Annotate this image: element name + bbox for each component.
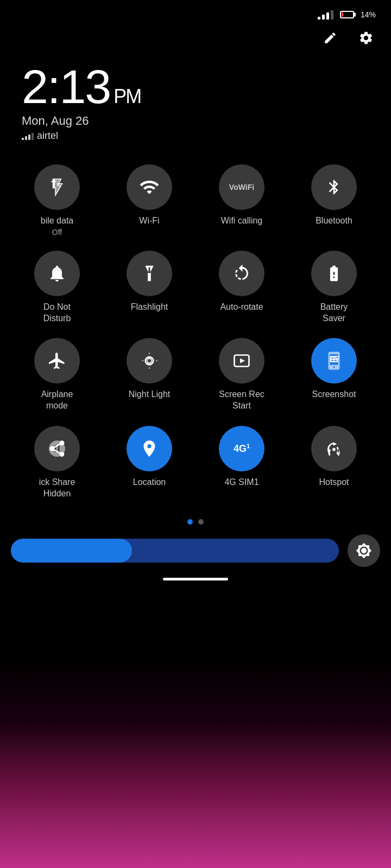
tile-location-icon [127,426,172,471]
brightness-fill [11,539,132,563]
tile-mobile-data-label: bile data [41,215,74,227]
tile-hotspot-label: Hotspot [319,477,349,488]
tile-airplane-label: Airplanemode [41,389,73,412]
tile-battery-saver-label: BatterySaver [320,302,348,324]
tile-screenshot-icon [311,338,357,384]
tile-screen-rec[interactable]: Screen RecStart [201,334,282,416]
tile-location[interactable]: Location [109,422,190,504]
status-bar: 14% [0,0,391,24]
tile-airplane-icon [34,338,80,384]
tile-autorotate-label: Auto-rotate [220,302,263,313]
tile-airplane[interactable]: Airplanemode [16,334,98,416]
tile-mobile-data[interactable]: bile data Off [16,160,98,241]
tile-flashlight-label: Flashlight [131,302,168,313]
tile-bluetooth-icon [311,164,357,210]
tile-battery-saver-icon [311,251,357,296]
tile-quick-share[interactable]: ick ShareHidden [16,422,98,504]
phone-screen: 14% 2:13PM Mon, Aug 26 airtel [0,0,391,662]
tile-wifi[interactable]: Wi-Fi [109,160,190,241]
tile-4g-sim1-label: 4G SIM1 [224,477,258,488]
qs-row-2: Do NotDisturb Flashlight Auto-rotate Bat… [11,246,380,329]
time-display: 2:13PM [22,63,369,111]
carrier-signal [22,132,34,140]
tile-autorotate-icon [219,251,264,296]
brightness-slider[interactable] [11,539,339,563]
carrier-name: airtel [37,130,58,142]
home-indicator[interactable] [163,578,228,580]
tile-autorotate[interactable]: Auto-rotate [201,246,282,329]
tile-screenshot[interactable]: Screenshot [293,334,375,416]
tile-wifi-calling[interactable]: VoWiFi Wifi calling [201,160,282,241]
wallpaper [0,662,391,868]
page-dots [0,519,391,525]
tile-flashlight-icon [127,251,172,296]
edit-button[interactable] [320,28,340,48]
tile-4g-sim1-icon: 4G1 [219,426,264,471]
tile-quick-share-label: ick ShareHidden [39,477,75,500]
tile-night-light[interactable]: Night Light [109,334,190,416]
tile-hotspot[interactable]: Hotspot [293,422,375,504]
tile-screen-rec-icon [219,338,264,384]
tile-wifi-label: Wi-Fi [139,215,159,227]
quick-settings: bile data Off Wi-Fi VoWiFi Wifi calling [0,147,391,515]
tile-bluetooth[interactable]: Bluetooth [293,160,375,241]
tile-screen-rec-label: Screen RecStart [219,389,264,412]
time-hours: 2:13 [22,60,110,113]
tile-location-label: Location [133,477,166,488]
date-display: Mon, Aug 26 [22,114,369,128]
tile-wifi-calling-label: Wifi calling [221,215,262,227]
tile-quick-share-icon [34,426,80,471]
carrier-row: airtel [22,130,369,142]
tile-dnd-label: Do NotDisturb [43,302,71,324]
signal-bars [318,10,333,20]
dot-1 [187,519,193,525]
tile-4g-sim1[interactable]: 4G1 4G SIM1 [201,422,282,504]
tile-night-light-label: Night Light [129,389,171,400]
settings-button[interactable] [356,28,376,48]
qs-row-4: ick ShareHidden Location 4G1 4G SIM1 Hot… [11,422,380,504]
top-icons [0,24,391,52]
battery-percent: 14% [361,10,376,19]
time-section: 2:13PM Mon, Aug 26 airtel [0,52,391,147]
qs-row-1: bile data Off Wi-Fi VoWiFi Wifi calling [11,160,380,241]
tile-mobile-data-icon [34,164,80,210]
svg-marker-6 [240,359,245,363]
svg-point-4 [148,359,151,362]
tile-wifi-icon [127,164,172,210]
time-ampm: PM [113,85,141,107]
tile-screenshot-label: Screenshot [312,389,356,400]
battery-fill [342,12,343,17]
battery-indicator [340,11,354,18]
tile-wifi-calling-icon: VoWiFi [219,164,264,210]
tile-hotspot-icon [311,426,357,471]
tile-mobile-data-sub: Off [52,228,62,237]
dot-2 [198,519,204,525]
tile-bluetooth-label: Bluetooth [316,215,352,227]
tile-dnd[interactable]: Do NotDisturb [16,246,98,329]
tile-flashlight[interactable]: Flashlight [109,246,190,329]
brightness-auto-button[interactable] [348,534,380,567]
tile-dnd-icon [34,251,80,296]
tile-night-light-icon [127,338,172,384]
tile-battery-saver[interactable]: BatterySaver [293,246,375,329]
qs-row-3: Airplanemode Night Light Screen RecStart… [11,334,380,416]
brightness-row [0,529,391,572]
